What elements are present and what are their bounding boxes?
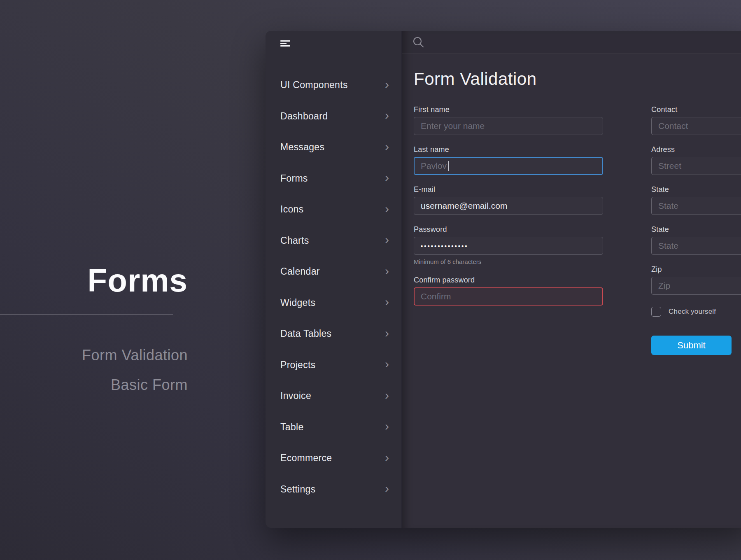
field-label: Adress [651,145,741,154]
sidebar-item-icons[interactable]: Icons › [266,194,401,225]
field-first-name: First name [414,105,603,135]
field-zip: Zip [651,265,741,295]
field-address: Adress [651,145,741,175]
field-email: E-mail [414,185,603,215]
confirm-password-input[interactable] [414,287,603,306]
sidebar-item-label: Icons [280,204,303,215]
field-state-1: State [651,185,741,215]
sidebar-item-label: Forms [280,173,308,184]
sidebar-item-settings[interactable]: Settings › [266,474,401,505]
page-title: Form Validation [414,69,537,89]
divider [0,314,173,315]
submit-button[interactable]: Submit [651,336,732,355]
link-basic-form[interactable]: Basic Form [111,376,188,394]
first-name-input[interactable] [414,117,603,135]
password-helper-text: Minimum of 6 characters [414,258,603,266]
field-label: E-mail [414,185,603,194]
chevron-right-icon: › [385,484,389,492]
check-yourself-checkbox[interactable] [651,307,661,317]
contact-input[interactable] [651,117,741,135]
chevron-right-icon: › [385,391,389,399]
field-confirm-password: Confirm password [414,276,603,306]
field-label: First name [414,105,603,114]
chevron-right-icon: › [385,360,389,368]
field-contact: Contact [651,105,741,135]
field-label: Contact [651,105,741,114]
sidebar-item-invoice[interactable]: Invoice › [266,380,401,412]
form-column-left: First name Last name E-mail [414,105,603,316]
sidebar-item-calendar[interactable]: Calendar › [266,256,401,287]
chevron-right-icon: › [385,111,389,119]
sidebar-item-label: Settings [280,484,316,495]
field-label: State [651,185,741,194]
chevron-right-icon: › [385,80,389,89]
sidebar-item-table[interactable]: Table › [266,412,401,443]
email-input[interactable] [414,197,603,215]
sidebar-item-ecommerce[interactable]: Ecommerce › [266,443,401,474]
field-label: Password [414,225,603,234]
chevron-right-icon: › [385,329,389,337]
chevron-right-icon: › [385,205,389,213]
sidebar-item-label: Data Tables [280,328,331,339]
search-icon[interactable] [412,36,425,49]
sidebar-item-label: Ecommerce [280,453,332,464]
sidebar-item-label: Table [280,422,303,433]
chevron-right-icon: › [385,422,389,430]
sidebar-item-label: Calendar [280,266,320,277]
sidebar-item-projects[interactable]: Projects › [266,350,401,381]
state-input-1[interactable] [651,197,741,215]
link-form-validation[interactable]: Form Validation [82,347,188,364]
field-last-name: Last name [414,145,603,175]
hamburger-menu-icon[interactable] [280,40,290,47]
chevron-right-icon: › [385,173,389,182]
sidebar-item-label: Projects [280,359,315,371]
last-name-input[interactable] [414,157,603,175]
address-input[interactable] [651,157,741,175]
field-label: State [651,225,741,234]
chevron-right-icon: › [385,267,389,275]
sidebar-item-ui-components[interactable]: UI Components › [266,70,401,101]
sidebar-item-label: Charts [280,235,309,246]
password-input[interactable] [414,237,603,255]
main-header [402,31,741,54]
sidebar-item-label: Messages [280,142,324,153]
form-column-right: Contact Adress State [651,105,741,355]
section-title: Forms [0,262,188,299]
sidebar: UI Components › Dashboard › Messages › F… [266,31,401,528]
sidebar-item-label: Widgets [280,297,315,308]
sidebar-item-label: Dashboard [280,111,328,122]
chevron-right-icon: › [385,142,389,151]
field-state-2: State [651,225,741,255]
sidebar-item-charts[interactable]: Charts › [266,225,401,257]
sidebar-item-widgets[interactable]: Widgets › [266,287,401,319]
field-label: Zip [651,265,741,274]
field-password: Password Minimum of 6 characters [414,225,603,266]
sidebar-menu: UI Components › Dashboard › Messages › F… [266,70,401,505]
chevron-right-icon: › [385,236,389,244]
state-input-2[interactable] [651,237,741,255]
app-window: UI Components › Dashboard › Messages › F… [266,31,741,528]
background-panel: Forms Form Validation Basic Form [0,0,189,560]
field-label: Confirm password [414,276,603,285]
sidebar-item-forms[interactable]: Forms › [266,163,401,194]
field-label: Last name [414,145,603,154]
text-cursor [448,161,449,171]
chevron-right-icon: › [385,453,389,462]
sidebar-item-data-tables[interactable]: Data Tables › [266,318,401,350]
main-content: Form Validation First name Last name [401,31,741,528]
sidebar-item-label: UI Components [280,79,348,91]
sidebar-item-label: Invoice [280,390,311,401]
zip-input[interactable] [651,277,741,295]
sidebar-item-dashboard[interactable]: Dashboard › [266,101,401,132]
sidebar-item-messages[interactable]: Messages › [266,132,401,163]
chevron-right-icon: › [385,298,389,306]
checkbox-label: Check yourself [669,308,716,316]
check-yourself-row[interactable]: Check yourself [651,307,741,317]
